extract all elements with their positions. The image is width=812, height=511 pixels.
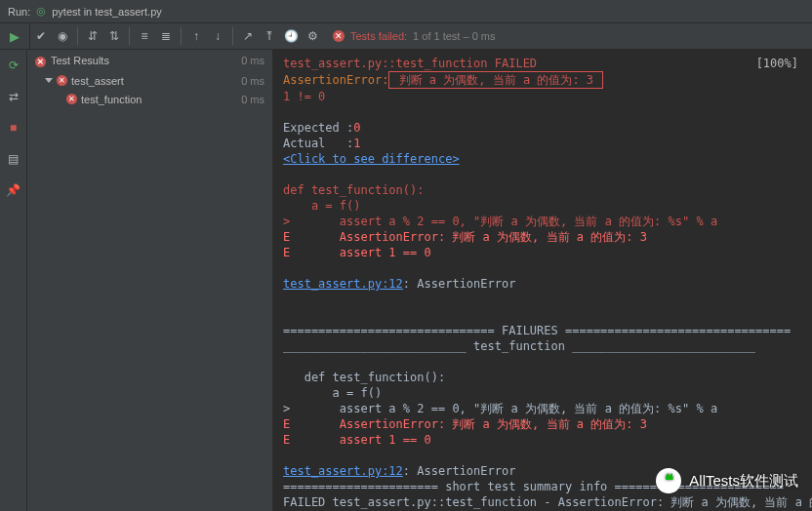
watermark: ❝ AllTests软件测试	[656, 468, 798, 493]
rerun-failed-button[interactable]: ⟳	[2, 54, 25, 77]
source-link[interactable]: test_assert.py:12	[283, 464, 403, 478]
test-tree: ✕Test Results 0 ms ✕ test_assert 0 ms ✕ …	[27, 50, 273, 511]
tab-pytest-icon: ◎	[36, 5, 46, 18]
run-toolbar: ▶ ✔ ◉ ⇵ ⇅ ≡ ≣ ↑ ↓ ↗ ⤒ 🕘 ⚙ ✕ Tests failed…	[0, 23, 812, 50]
output-line: def test_function():	[283, 182, 802, 198]
side-toolbar: ⟳ ⇄ ■ ▤ 📌	[0, 50, 27, 511]
fail-icon: ✕	[57, 75, 67, 86]
fail-icon: ✕	[333, 30, 345, 42]
progress-percent: [100%]	[756, 56, 798, 71]
pin-button[interactable]: 📌	[2, 178, 25, 202]
watermark-text: AllTests软件测试	[689, 473, 798, 489]
output-line: a = f()	[283, 385, 802, 401]
status-label: Tests failed:	[350, 30, 407, 42]
output-line: > assert a % 2 == 0, "判断 a 为偶数, 当前 a 的值为…	[283, 214, 802, 229]
layout-button[interactable]: ▤	[2, 147, 25, 171]
show-ignored-toggle[interactable]: ◉	[52, 25, 73, 47]
wechat-icon: ❝	[656, 468, 681, 493]
output-line: E assert 1 == 0	[283, 245, 802, 260]
status-detail: 1 of 1 test – 0 ms	[413, 30, 495, 42]
highlight-box: 判断 a 为偶数, 当前 a 的值为: 3	[388, 71, 603, 89]
fail-icon: ✕	[66, 94, 77, 104]
sort-time-button[interactable]: ⇅	[103, 25, 125, 47]
output-line: ============================== FAILURES …	[283, 323, 802, 338]
tree-header[interactable]: ✕Test Results 0 ms	[27, 50, 272, 71]
expand-all-button[interactable]: ≡	[134, 25, 155, 47]
tree-item-label: test_function	[81, 94, 142, 105]
output-line: E assert 1 == 0	[283, 432, 802, 448]
import-button[interactable]: ⤒	[259, 25, 280, 47]
tree-item-time: 0 ms	[241, 94, 264, 105]
next-failed-button[interactable]: ↓	[207, 25, 228, 47]
titlebar: Run: ◎ pytest in test_assert.py	[0, 0, 812, 23]
history-button[interactable]: 🕘	[280, 25, 302, 47]
output-line: test_assert.py:12: AssertionError	[283, 276, 802, 292]
tree-header-label: Test Results	[51, 55, 109, 66]
export-button[interactable]: ↗	[237, 25, 259, 47]
run-button[interactable]: ▶	[4, 25, 25, 47]
main-area: ⟳ ⇄ ■ ▤ 📌 ✕Test Results 0 ms ✕ test_asse…	[0, 50, 812, 511]
chevron-down-icon	[45, 78, 53, 83]
run-tab-title: pytest in test_assert.py	[52, 6, 162, 18]
diff-link[interactable]: <Click to see difference>	[283, 152, 460, 166]
show-passed-toggle[interactable]: ✔	[30, 25, 52, 47]
sort-alpha-button[interactable]: ⇵	[82, 25, 103, 47]
tree-item-test-function[interactable]: ✕ test_function 0 ms	[27, 90, 272, 108]
output-line: __________________________ test_function…	[283, 338, 802, 354]
output-line: Actual :1	[283, 136, 802, 151]
output-line: > assert a % 2 == 0, "判断 a 为偶数, 当前 a 的值为…	[283, 401, 802, 416]
run-label: Run:	[8, 6, 30, 18]
source-link[interactable]: test_assert.py:12	[283, 277, 403, 291]
stop-button[interactable]: ■	[2, 116, 25, 139]
test-status: ✕ Tests failed: 1 of 1 test – 0 ms	[323, 30, 495, 42]
toggle-auto-button[interactable]: ⇄	[2, 85, 25, 108]
output-line: FAILED test_assert.py::test_function - A…	[283, 494, 802, 510]
output-line: def test_function():	[283, 370, 802, 385]
prev-failed-button[interactable]: ↑	[185, 25, 207, 47]
output-line: Expected :0	[283, 120, 802, 136]
output-line: E AssertionError: 判断 a 为偶数, 当前 a 的值为: 3	[283, 229, 802, 245]
output-line: E AssertionError: 判断 a 为偶数, 当前 a 的值为: 3	[283, 416, 802, 432]
tree-item-test-assert[interactable]: ✕ test_assert 0 ms	[27, 71, 272, 90]
result-fail-icon: ✕	[35, 57, 46, 67]
output-line: a = f()	[283, 198, 802, 214]
console-output[interactable]: [100%] test_assert.py::test_function FAI…	[273, 50, 812, 511]
output-line: test_assert.py::test_function FAILED	[283, 56, 802, 71]
collapse-all-button[interactable]: ≣	[155, 25, 177, 47]
tree-item-time: 0 ms	[241, 75, 264, 87]
output-line: AssertionError: 判断 a 为偶数, 当前 a 的值为: 3	[283, 71, 802, 89]
settings-gear-icon[interactable]: ⚙	[302, 25, 323, 47]
tree-item-label: test_assert	[71, 75, 124, 87]
tree-header-time: 0 ms	[241, 55, 264, 66]
output-line: 1 != 0	[283, 89, 802, 104]
